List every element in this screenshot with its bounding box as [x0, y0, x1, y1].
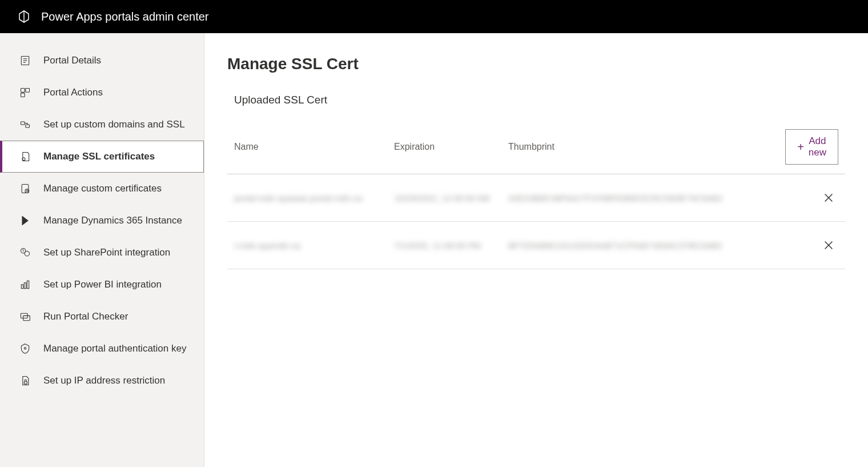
sidebar-item-custom-domains-ssl[interactable]: Set up custom domains and SSL	[0, 109, 204, 141]
cell-expiration: 10/29/2022, 12:00:00 AM	[394, 193, 508, 203]
ssl-cert-icon	[19, 151, 31, 162]
topbar: Power Apps portals admin center	[0, 0, 868, 33]
domains-icon	[19, 119, 31, 130]
sidebar-item-label: Run Portal Checker	[43, 310, 128, 324]
column-header-thumbprint: Thumbprint	[508, 142, 737, 152]
details-icon	[19, 55, 31, 66]
plus-icon: +	[797, 141, 804, 153]
app-logo-icon	[17, 10, 31, 23]
svg-point-17	[25, 252, 29, 256]
table-header: Name Expiration Thumbprint + Add new	[227, 123, 845, 174]
powerbi-icon	[19, 279, 31, 290]
svg-rect-20	[24, 283, 26, 289]
sidebar-item-portal-details[interactable]: Portal Details	[0, 45, 204, 77]
sidebar-item-label: Manage portal authentication key	[43, 342, 186, 356]
close-icon	[822, 239, 835, 252]
main-content: Manage SSL Cert Uploaded SSL Cert Name E…	[204, 33, 868, 467]
svg-rect-8	[26, 125, 30, 127]
table-row: t-mdn.ayamdn.ca 7/1/2025, 11:59:59 PM BF…	[227, 222, 845, 269]
sidebar-item-label: Portal Details	[43, 54, 101, 67]
svg-rect-4	[21, 89, 25, 93]
cell-expiration: 7/1/2025, 11:59:59 PM	[394, 241, 508, 250]
ssl-cert-table: Name Expiration Thumbprint + Add new por…	[227, 123, 845, 269]
dynamics-icon	[19, 215, 31, 226]
svg-rect-21	[27, 281, 29, 288]
table-row: portal-mdn-ayawae.portal-mdn.ca 10/29/20…	[227, 174, 845, 222]
cell-name: t-mdn.ayamdn.ca	[234, 241, 394, 250]
sidebar-item-manage-custom-certificates[interactable]: Manage custom certificates	[0, 173, 204, 205]
section-title: Uploaded SSL Cert	[234, 94, 845, 106]
sidebar-item-label: Manage custom certificates	[43, 182, 162, 195]
sidebar-item-label: Manage SSL certificates	[43, 150, 155, 163]
cell-thumbprint: A3D23B8C48F6A27F1F98F62B8CE25CDE6E74C5AB…	[508, 193, 737, 203]
sidebar-item-label: Manage Dynamics 365 Instance	[43, 214, 182, 227]
sharepoint-icon: S	[19, 247, 31, 258]
restriction-icon	[19, 375, 31, 386]
page-title: Manage SSL Cert	[227, 55, 845, 73]
sidebar-item-label: Set up IP address restriction	[43, 374, 165, 388]
sidebar-item-label: Portal Actions	[43, 86, 103, 99]
sidebar-item-sharepoint-integration[interactable]: S Set up SharePoint integration	[0, 237, 204, 269]
sidebar-item-ip-restriction[interactable]: Set up IP address restriction	[0, 365, 204, 397]
sidebar-item-powerbi-integration[interactable]: Set up Power BI integration	[0, 269, 204, 301]
delete-row-button[interactable]	[819, 236, 838, 255]
sidebar-item-label: Set up SharePoint integration	[43, 246, 170, 260]
svg-rect-25	[24, 382, 27, 384]
sidebar-item-portal-actions[interactable]: Portal Actions	[0, 77, 204, 109]
custom-cert-icon	[19, 183, 31, 194]
checker-icon	[19, 311, 31, 322]
sidebar-item-manage-ssl-certificates[interactable]: Manage SSL certificates	[0, 141, 204, 173]
sidebar-item-label: Set up Power BI integration	[43, 278, 162, 292]
close-icon	[822, 191, 835, 204]
actions-icon	[19, 87, 31, 98]
delete-row-button[interactable]	[819, 188, 838, 207]
add-new-label: Add new	[809, 135, 826, 158]
svg-text:S: S	[22, 249, 25, 252]
sidebar-item-run-portal-checker[interactable]: Run Portal Checker	[0, 301, 204, 333]
sidebar-item-authentication-key[interactable]: Manage portal authentication key	[0, 333, 204, 365]
column-header-expiration: Expiration	[394, 142, 508, 152]
sidebar-item-manage-dynamics-instance[interactable]: Manage Dynamics 365 Instance	[0, 205, 204, 237]
column-header-name: Name	[234, 142, 394, 152]
svg-rect-7	[21, 122, 25, 125]
svg-point-24	[24, 348, 26, 349]
cell-thumbprint: BF7D5AB8C2A132DDAAB71CF5AE7463AC37BC0AB2	[508, 241, 737, 250]
sidebar-item-label: Set up custom domains and SSL	[43, 118, 185, 131]
sidebar: Portal Details Portal Actions Set up cus…	[0, 33, 204, 467]
shield-icon	[19, 343, 31, 354]
app-title: Power Apps portals admin center	[41, 10, 209, 23]
svg-rect-19	[21, 285, 23, 289]
add-new-button[interactable]: + Add new	[785, 129, 838, 165]
svg-rect-6	[21, 93, 25, 97]
svg-rect-5	[26, 89, 30, 93]
cell-name: portal-mdn-ayawae.portal-mdn.ca	[234, 193, 394, 203]
